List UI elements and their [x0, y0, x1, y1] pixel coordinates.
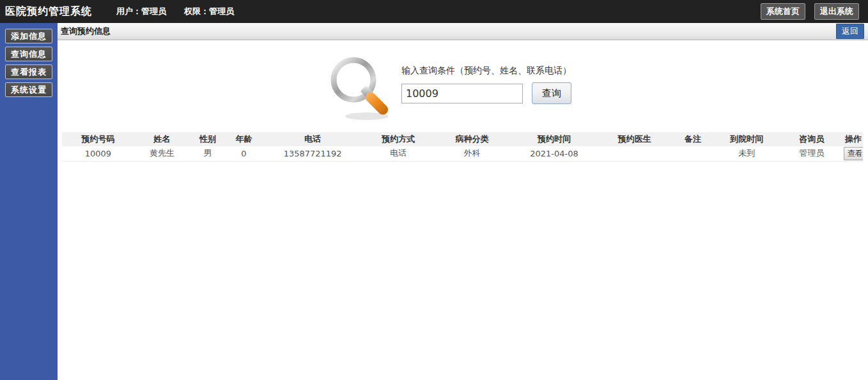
- column-header: 到院时间: [714, 132, 780, 146]
- sidebar-item-1[interactable]: 查询信息: [5, 47, 52, 61]
- column-header: 年龄: [226, 132, 263, 146]
- table-cell: 男: [190, 146, 225, 161]
- results-table: 预约号码姓名性别年龄电话预约方式病种分类预约时间预约医生备注到院时间咨询员操作 …: [62, 132, 863, 162]
- column-header: 姓名: [134, 132, 190, 146]
- column-header: 病种分类: [433, 132, 510, 146]
- table-row: 10009黄先生男013587721192电话外科2021-04-08未到管理员…: [62, 146, 863, 161]
- app-title: 医院预约管理系统: [5, 5, 92, 19]
- table-cell: 13587721192: [262, 146, 363, 161]
- page-title: 查询预约信息: [61, 26, 111, 37]
- sidebar-item-0[interactable]: 添加信息: [5, 29, 52, 43]
- table-cell: 外科: [433, 146, 510, 161]
- column-header: 预约医生: [598, 132, 671, 146]
- column-header: 性别: [190, 132, 225, 146]
- table-cell: 电话: [363, 146, 433, 161]
- table-cell: 黄先生: [134, 146, 190, 161]
- home-button[interactable]: 系统首页: [761, 3, 805, 20]
- table-cell: 10009: [62, 146, 134, 161]
- permission-label: 权限：管理员: [184, 6, 234, 17]
- search-input[interactable]: [401, 84, 523, 103]
- sidebar-item-3[interactable]: 系统设置: [5, 82, 52, 97]
- column-header: 预约号码: [62, 132, 134, 146]
- table-cell: [671, 146, 713, 161]
- search-hint: 输入查询条件（预约号、姓名、联系电话）: [401, 65, 571, 77]
- content-area: 查询预约信息 返回: [58, 23, 868, 380]
- table-cell-action: 查看: [844, 146, 863, 161]
- content-header: 查询预约信息 返回: [58, 23, 868, 40]
- table-cell: 未到: [714, 146, 780, 161]
- column-header: 备注: [671, 132, 713, 146]
- column-header: 预约时间: [511, 132, 598, 146]
- magnifier-icon: [325, 54, 396, 123]
- view-button[interactable]: 查看: [844, 147, 863, 160]
- exit-button[interactable]: 退出系统: [814, 3, 859, 20]
- table-cell: [598, 146, 671, 161]
- app-window: 医院预约管理系统 用户：管理员 权限：管理员 系统首页 退出系统 添加信息查询信…: [0, 0, 868, 380]
- table-cell: 0: [226, 146, 263, 161]
- topbar: 医院预约管理系统 用户：管理员 权限：管理员 系统首页 退出系统: [0, 0, 868, 23]
- table-cell: 2021-04-08: [511, 146, 598, 161]
- column-header: 预约方式: [363, 132, 433, 146]
- search-button[interactable]: 查询: [532, 82, 571, 104]
- topbar-actions: 系统首页 退出系统: [761, 3, 859, 20]
- back-button[interactable]: 返回: [836, 24, 864, 39]
- sidebar: 添加信息查询信息查看报表系统设置: [0, 23, 58, 380]
- table-cell: 管理员: [780, 146, 844, 161]
- column-header: 咨询员: [780, 132, 844, 146]
- column-header: 电话: [262, 132, 363, 146]
- sidebar-item-2[interactable]: 查看报表: [5, 65, 52, 79]
- column-header: 操作: [844, 132, 863, 146]
- user-label: 用户：管理员: [116, 6, 166, 17]
